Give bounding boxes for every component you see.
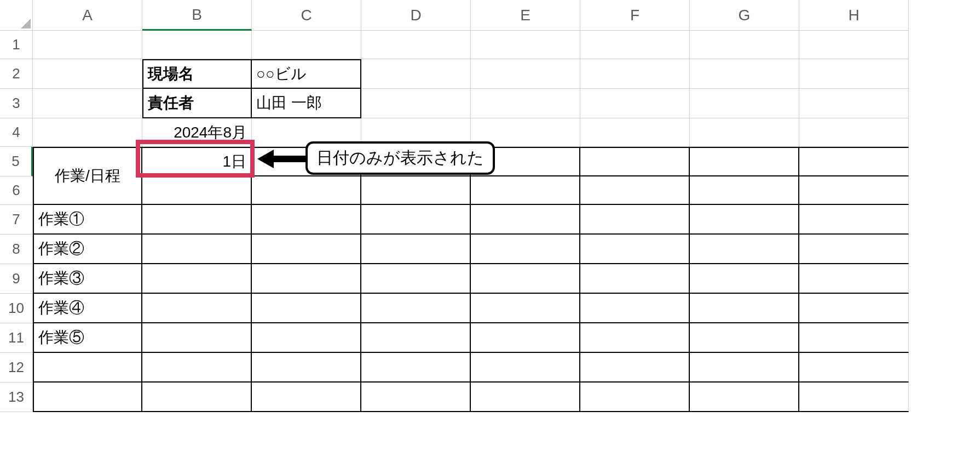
cell-C9[interactable] xyxy=(252,264,361,294)
cell-H5[interactable] xyxy=(799,147,909,176)
cell-C2[interactable]: ○○ビル xyxy=(252,59,361,89)
cell-E1[interactable] xyxy=(471,31,580,59)
cell-F13[interactable] xyxy=(580,383,690,412)
col-header-B[interactable]: B xyxy=(142,0,252,31)
cell-G9[interactable] xyxy=(690,264,799,294)
cell-H7[interactable] xyxy=(799,205,909,235)
cell-B7[interactable] xyxy=(142,205,252,235)
cell-B3[interactable]: 責任者 xyxy=(142,89,252,118)
cell-A3[interactable] xyxy=(33,89,142,118)
cell-A4[interactable] xyxy=(33,118,142,147)
cell-C3[interactable]: 山田 一郎 xyxy=(252,89,361,118)
cell-H2[interactable] xyxy=(799,59,909,89)
cell-E11[interactable] xyxy=(471,323,580,353)
cell-B6[interactable] xyxy=(142,176,252,205)
cell-C10[interactable] xyxy=(252,294,361,323)
cell-A5-6-merged[interactable]: 作業/日程 xyxy=(33,147,142,205)
cell-D10[interactable] xyxy=(361,294,471,323)
cell-F9[interactable] xyxy=(580,264,690,294)
cell-G3[interactable] xyxy=(690,89,799,118)
cell-H13[interactable] xyxy=(799,383,909,412)
row-header-10[interactable]: 10 xyxy=(0,294,33,323)
cell-B9[interactable] xyxy=(142,264,252,294)
col-header-C[interactable]: C xyxy=(252,0,361,31)
cell-D1[interactable] xyxy=(361,31,471,59)
cell-A12[interactable] xyxy=(33,353,142,383)
cell-B8[interactable] xyxy=(142,235,252,264)
cell-B13[interactable] xyxy=(142,383,252,412)
cell-G13[interactable] xyxy=(690,383,799,412)
cell-D2[interactable] xyxy=(361,59,471,89)
cell-E8[interactable] xyxy=(471,235,580,264)
cell-C6[interactable] xyxy=(252,176,361,205)
cell-B10[interactable] xyxy=(142,294,252,323)
cell-G8[interactable] xyxy=(690,235,799,264)
cell-G4[interactable] xyxy=(690,118,799,147)
col-header-D[interactable]: D xyxy=(361,0,471,31)
cell-G6[interactable] xyxy=(690,176,799,205)
cell-G10[interactable] xyxy=(690,294,799,323)
cell-A10[interactable]: 作業④ xyxy=(33,294,142,323)
cell-D12[interactable] xyxy=(361,353,471,383)
cell-C12[interactable] xyxy=(252,353,361,383)
cell-C13[interactable] xyxy=(252,383,361,412)
cell-D11[interactable] xyxy=(361,323,471,353)
cell-B5[interactable]: 1日 xyxy=(142,147,252,176)
cell-F11[interactable] xyxy=(580,323,690,353)
row-header-1[interactable]: 1 xyxy=(0,31,33,59)
row-header-9[interactable]: 9 xyxy=(0,264,33,294)
select-all-corner[interactable] xyxy=(0,0,33,31)
cell-H10[interactable] xyxy=(799,294,909,323)
cell-E7[interactable] xyxy=(471,205,580,235)
cell-E6[interactable] xyxy=(471,176,580,205)
row-header-4[interactable]: 4 xyxy=(0,118,33,147)
cell-A2[interactable] xyxy=(33,59,142,89)
cell-H1[interactable] xyxy=(799,31,909,59)
row-header-7[interactable]: 7 xyxy=(0,205,33,235)
cell-F12[interactable] xyxy=(580,353,690,383)
row-header-13[interactable]: 13 xyxy=(0,383,33,412)
cell-B11[interactable] xyxy=(142,323,252,353)
cell-C7[interactable] xyxy=(252,205,361,235)
cell-D3[interactable] xyxy=(361,89,471,118)
cell-C8[interactable] xyxy=(252,235,361,264)
cell-E9[interactable] xyxy=(471,264,580,294)
row-header-11[interactable]: 11 xyxy=(0,323,33,353)
row-header-8[interactable]: 8 xyxy=(0,235,33,264)
cell-B1[interactable] xyxy=(142,31,252,59)
cell-E13[interactable] xyxy=(471,383,580,412)
cell-D7[interactable] xyxy=(361,205,471,235)
col-header-E[interactable]: E xyxy=(471,0,580,31)
cell-H11[interactable] xyxy=(799,323,909,353)
cell-H12[interactable] xyxy=(799,353,909,383)
col-header-F[interactable]: F xyxy=(580,0,690,31)
cell-F7[interactable] xyxy=(580,205,690,235)
cell-H6[interactable] xyxy=(799,176,909,205)
row-header-5[interactable]: 5 xyxy=(0,147,33,176)
cell-A11[interactable]: 作業⑤ xyxy=(33,323,142,353)
cell-F3[interactable] xyxy=(580,89,690,118)
cell-A8[interactable]: 作業② xyxy=(33,235,142,264)
cell-B2[interactable]: 現場名 xyxy=(142,59,252,89)
cell-G11[interactable] xyxy=(690,323,799,353)
cell-F5[interactable] xyxy=(580,147,690,176)
cell-E10[interactable] xyxy=(471,294,580,323)
cell-B12[interactable] xyxy=(142,353,252,383)
row-header-2[interactable]: 2 xyxy=(0,59,33,89)
cell-H8[interactable] xyxy=(799,235,909,264)
cell-E12[interactable] xyxy=(471,353,580,383)
cell-F10[interactable] xyxy=(580,294,690,323)
spreadsheet-grid[interactable]: A B C D E F G H 1 2 現場名 ○○ビル 3 責任者 山田 一郎… xyxy=(0,0,980,412)
cell-D9[interactable] xyxy=(361,264,471,294)
row-header-6[interactable]: 6 xyxy=(0,176,33,205)
row-header-3[interactable]: 3 xyxy=(0,89,33,118)
cell-A7[interactable]: 作業① xyxy=(33,205,142,235)
cell-C1[interactable] xyxy=(252,31,361,59)
col-header-G[interactable]: G xyxy=(690,0,799,31)
cell-G1[interactable] xyxy=(690,31,799,59)
cell-H4[interactable] xyxy=(799,118,909,147)
row-header-12[interactable]: 12 xyxy=(0,353,33,383)
cell-D6[interactable] xyxy=(361,176,471,205)
cell-F8[interactable] xyxy=(580,235,690,264)
cell-D8[interactable] xyxy=(361,235,471,264)
